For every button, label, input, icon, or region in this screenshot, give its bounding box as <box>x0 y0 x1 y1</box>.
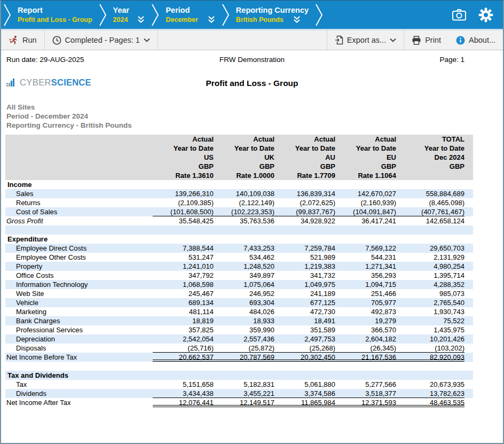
cell <box>396 180 464 189</box>
subtitle-period: Period - December 2024 <box>6 112 499 121</box>
double-chevron-down-icon[interactable] <box>293 15 301 24</box>
row-label: Sales <box>5 189 153 198</box>
breadcrumb-separator-icon <box>150 1 160 29</box>
cell: 7,259,784 <box>274 244 335 253</box>
cell: 20,673,935 <box>396 380 464 389</box>
cell: 5,277,566 <box>335 380 396 389</box>
cell: 1,395,714 <box>396 271 464 280</box>
subtitle-sites: All Sites <box>6 103 499 112</box>
cell: 7,569,122 <box>335 244 396 253</box>
cell: 20,302,450 <box>274 353 335 362</box>
cell: 4,980,254 <box>396 262 464 271</box>
cell <box>274 362 335 371</box>
cell <box>335 371 396 380</box>
breadcrumb-bar: Report Profit and Loss - Group Year 2024… <box>1 1 503 29</box>
table-header-spacer <box>5 135 153 180</box>
cell: (407,761,467) <box>396 207 464 216</box>
table-row <box>5 362 473 371</box>
cell: 245,467 <box>153 289 214 298</box>
row-label: Vehicle <box>5 298 153 307</box>
cell: 1,068,598 <box>153 280 214 289</box>
double-chevron-down-icon[interactable] <box>137 15 145 24</box>
row-label: Gross Profit <box>5 216 153 225</box>
cell <box>335 225 396 235</box>
table-row: Sales139,266,310140,109,038136,839,31414… <box>5 189 473 198</box>
cell: 359,990 <box>214 325 274 334</box>
row-label: Dividends <box>5 389 153 398</box>
column-header: ActualYear to DateEUGBPRate 1.1064 <box>335 135 396 180</box>
table-row: Web Site245,467246,952241,189251,466985,… <box>5 289 473 298</box>
export-document-icon <box>335 35 343 45</box>
export-as-button[interactable]: Export as... <box>327 30 404 50</box>
cyberscience-logo: CYBERSCIENCE <box>6 77 91 88</box>
cell: 558,884,689 <box>396 189 464 198</box>
print-button[interactable]: Print <box>404 30 448 50</box>
report-page: Run date: 29-AUG-2025 FRW Demonstration … <box>1 50 503 443</box>
double-chevron-down-icon[interactable] <box>208 15 215 24</box>
cell: 142,658,124 <box>396 216 464 225</box>
cell: 7,433,253 <box>214 244 274 253</box>
table-row: Net Income After Tax12,076,44112,149,517… <box>5 398 473 407</box>
cell: 75,522 <box>396 316 464 325</box>
table-row <box>5 225 473 235</box>
app-window: Report Profit and Loss - Group Year 2024… <box>0 0 504 444</box>
runner-icon <box>9 35 19 45</box>
breadcrumb-section[interactable]: Reporting Currency British Pounds <box>231 1 314 29</box>
table-row: Dividends3,434,4383,455,2213,374,5863,51… <box>5 389 473 398</box>
cell <box>274 180 335 189</box>
settings-gear-icon[interactable] <box>478 7 493 22</box>
cell: 4,288,352 <box>396 280 464 289</box>
logo-text-science: SCIENCE <box>51 77 91 87</box>
cell: 534,462 <box>214 253 274 262</box>
table-row: Tax5,151,6585,182,8315,061,8805,277,5662… <box>5 380 473 389</box>
row-label: Professional Services <box>5 325 153 334</box>
cell: 521,989 <box>274 253 335 262</box>
cell <box>214 371 274 380</box>
run-button[interactable]: Run <box>1 30 45 50</box>
cell: 1,241,010 <box>153 262 214 271</box>
table-row: Tax and Dividends <box>5 371 473 380</box>
page-number: Page: 1 <box>439 56 464 64</box>
logo-title-row: CYBERSCIENCE Profit and Loss - Group <box>5 77 499 90</box>
cell: 2,557,436 <box>214 334 274 344</box>
row-label <box>5 362 153 371</box>
breadcrumb-section[interactable]: Period December <box>160 1 220 29</box>
table-row: Vehicle689,134693,304677,125705,9772,765… <box>5 298 473 307</box>
cell <box>335 362 396 371</box>
cell: 18,491 <box>274 316 335 325</box>
cell: (2,072,625) <box>274 198 335 207</box>
column-header: ActualYear to DateAUGBPRate 1.7709 <box>274 135 335 180</box>
table-row: Depreciation2,542,0542,557,4362,497,7532… <box>5 334 473 344</box>
cell: 10,201,426 <box>396 334 464 344</box>
cell: 7,388,544 <box>153 244 214 253</box>
cell: 693,304 <box>214 298 274 307</box>
cell <box>214 225 274 235</box>
export-as-label: Export as... <box>347 36 386 44</box>
status-dropdown[interactable]: Completed - Pages: 1 <box>45 30 158 50</box>
row-label: Marketing <box>5 307 153 316</box>
cell: 356,293 <box>335 271 396 280</box>
cell: (25,872) <box>214 344 274 353</box>
cell: 20,787,569 <box>214 353 274 362</box>
breadcrumb-section[interactable]: Year 2024 <box>108 1 151 29</box>
column-header: ActualYear to DateUKGBPRate 1.0000 <box>214 135 274 180</box>
row-label: Cost of Sales <box>5 207 153 216</box>
cell: (103,202) <box>396 344 464 353</box>
breadcrumb-section[interactable]: Report Profit and Loss - Group <box>12 1 98 29</box>
cell: 985,073 <box>396 289 464 298</box>
cell: (104,091,847) <box>335 207 396 216</box>
about-button[interactable]: About... <box>448 30 503 50</box>
row-label <box>5 225 153 235</box>
cell: (25,716) <box>153 344 214 353</box>
chevron-down-icon <box>390 38 396 42</box>
cell <box>153 371 214 380</box>
financial-table: ActualYear to DateUSGBPRate 1.3610Actual… <box>5 135 473 407</box>
table-row: Professional Services357,825359,990351,5… <box>5 325 473 334</box>
table-row: Cost of Sales(101,608,500)(102,223,353)(… <box>5 207 473 216</box>
camera-icon[interactable] <box>452 9 467 21</box>
cell: 19,279 <box>335 316 396 325</box>
cell: 5,151,658 <box>153 380 214 389</box>
document-header: Run date: 29-AUG-2025 FRW Demonstration … <box>6 56 498 65</box>
cell: 2,542,054 <box>153 334 214 344</box>
cell: 1,219,383 <box>274 262 335 271</box>
